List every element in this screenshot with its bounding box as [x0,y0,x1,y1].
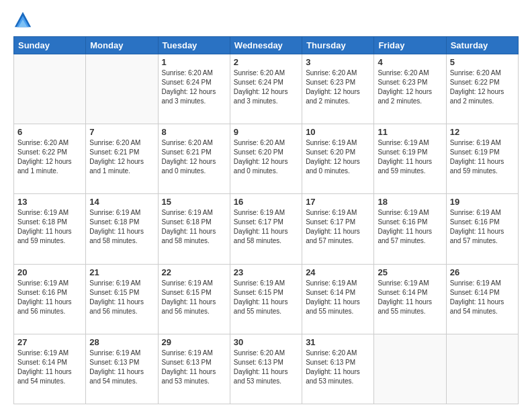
day-cell: 3Sunrise: 6:20 AM Sunset: 6:23 PM Daylig… [302,54,374,124]
day-info: Sunrise: 6:19 AM Sunset: 6:15 PM Dayligh… [234,279,298,316]
day-cell: 7Sunrise: 6:20 AM Sunset: 6:21 PM Daylig… [86,124,158,194]
day-info: Sunrise: 6:20 AM Sunset: 6:21 PM Dayligh… [89,138,154,176]
week-row-3: 13Sunrise: 6:19 AM Sunset: 6:18 PM Dayli… [14,194,519,264]
day-info: Sunrise: 6:19 AM Sunset: 6:19 PM Dayligh… [450,138,515,176]
day-info: Sunrise: 6:19 AM Sunset: 6:18 PM Dayligh… [89,208,154,246]
day-info: Sunrise: 6:19 AM Sunset: 6:13 PM Dayligh… [89,349,154,386]
header [13,11,519,30]
day-info: Sunrise: 6:19 AM Sunset: 6:15 PM Dayligh… [89,279,154,316]
day-info: Sunrise: 6:19 AM Sunset: 6:14 PM Dayligh… [378,279,442,316]
day-number: 26 [450,267,515,277]
day-info: Sunrise: 6:19 AM Sunset: 6:14 PM Dayligh… [450,279,515,316]
day-info: Sunrise: 6:19 AM Sunset: 6:20 PM Dayligh… [306,138,370,176]
weekday-header-saturday: Saturday [446,37,518,54]
day-number: 24 [306,267,370,277]
day-number: 7 [89,127,154,137]
day-info: Sunrise: 6:20 AM Sunset: 6:23 PM Dayligh… [378,68,442,106]
day-number: 17 [306,197,370,207]
day-info: Sunrise: 6:19 AM Sunset: 6:15 PM Dayligh… [162,279,226,316]
weekday-header-monday: Monday [86,37,158,54]
day-number: 30 [234,337,298,347]
day-info: Sunrise: 6:19 AM Sunset: 6:16 PM Dayligh… [17,279,82,316]
day-cell: 16Sunrise: 6:19 AM Sunset: 6:17 PM Dayli… [230,194,302,264]
day-cell: 24Sunrise: 6:19 AM Sunset: 6:14 PM Dayli… [302,264,374,334]
week-row-4: 20Sunrise: 6:19 AM Sunset: 6:16 PM Dayli… [14,264,519,334]
weekday-header-thursday: Thursday [302,37,374,54]
day-info: Sunrise: 6:20 AM Sunset: 6:24 PM Dayligh… [162,68,226,106]
day-cell: 27Sunrise: 6:19 AM Sunset: 6:14 PM Dayli… [14,334,86,404]
weekday-header-wednesday: Wednesday [230,37,302,54]
day-number: 6 [17,127,82,137]
day-info: Sunrise: 6:20 AM Sunset: 6:13 PM Dayligh… [234,349,298,386]
day-number: 3 [306,57,370,67]
day-info: Sunrise: 6:19 AM Sunset: 6:14 PM Dayligh… [17,349,82,386]
day-cell: 25Sunrise: 6:19 AM Sunset: 6:14 PM Dayli… [374,264,446,334]
day-cell: 20Sunrise: 6:19 AM Sunset: 6:16 PM Dayli… [14,264,86,334]
day-cell: 23Sunrise: 6:19 AM Sunset: 6:15 PM Dayli… [230,264,302,334]
day-cell: 2Sunrise: 6:20 AM Sunset: 6:24 PM Daylig… [230,54,302,124]
day-number: 13 [17,197,82,207]
day-number: 11 [378,127,442,137]
day-cell [446,334,518,404]
weekday-header-friday: Friday [374,37,446,54]
day-info: Sunrise: 6:19 AM Sunset: 6:13 PM Dayligh… [162,349,226,386]
day-number: 18 [378,197,442,207]
day-cell: 18Sunrise: 6:19 AM Sunset: 6:16 PM Dayli… [374,194,446,264]
logo-icon [13,11,32,30]
day-cell: 4Sunrise: 6:20 AM Sunset: 6:23 PM Daylig… [374,54,446,124]
day-number: 27 [17,337,82,347]
day-info: Sunrise: 6:19 AM Sunset: 6:14 PM Dayligh… [306,279,370,316]
day-number: 14 [89,197,154,207]
day-number: 28 [89,337,154,347]
day-info: Sunrise: 6:19 AM Sunset: 6:16 PM Dayligh… [450,208,515,246]
day-cell: 5Sunrise: 6:20 AM Sunset: 6:22 PM Daylig… [446,54,518,124]
day-number: 4 [378,57,442,67]
day-number: 21 [89,267,154,277]
day-cell [374,334,446,404]
day-cell: 11Sunrise: 6:19 AM Sunset: 6:19 PM Dayli… [374,124,446,194]
week-row-1: 1Sunrise: 6:20 AM Sunset: 6:24 PM Daylig… [14,54,519,124]
day-number: 16 [234,197,298,207]
logo [13,11,34,30]
day-number: 20 [17,267,82,277]
day-cell: 31Sunrise: 6:20 AM Sunset: 6:13 PM Dayli… [302,334,374,404]
day-number: 2 [234,57,298,67]
day-number: 5 [450,57,515,67]
calendar-table: SundayMondayTuesdayWednesdayThursdayFrid… [13,36,519,404]
day-cell: 10Sunrise: 6:19 AM Sunset: 6:20 PM Dayli… [302,124,374,194]
day-number: 29 [162,337,226,347]
day-info: Sunrise: 6:20 AM Sunset: 6:21 PM Dayligh… [162,138,226,176]
page: SundayMondayTuesdayWednesdayThursdayFrid… [0,0,532,411]
day-cell: 29Sunrise: 6:19 AM Sunset: 6:13 PM Dayli… [158,334,230,404]
weekday-header-sunday: Sunday [14,37,86,54]
day-number: 1 [162,57,226,67]
day-info: Sunrise: 6:19 AM Sunset: 6:18 PM Dayligh… [162,208,226,246]
day-cell: 28Sunrise: 6:19 AM Sunset: 6:13 PM Dayli… [86,334,158,404]
day-info: Sunrise: 6:19 AM Sunset: 6:17 PM Dayligh… [234,208,298,246]
day-cell: 15Sunrise: 6:19 AM Sunset: 6:18 PM Dayli… [158,194,230,264]
day-cell: 30Sunrise: 6:20 AM Sunset: 6:13 PM Dayli… [230,334,302,404]
day-number: 12 [450,127,515,137]
day-info: Sunrise: 6:19 AM Sunset: 6:16 PM Dayligh… [378,208,442,246]
day-number: 15 [162,197,226,207]
day-number: 22 [162,267,226,277]
day-number: 31 [306,337,370,347]
day-cell: 26Sunrise: 6:19 AM Sunset: 6:14 PM Dayli… [446,264,518,334]
day-info: Sunrise: 6:20 AM Sunset: 6:22 PM Dayligh… [17,138,82,176]
day-cell: 19Sunrise: 6:19 AM Sunset: 6:16 PM Dayli… [446,194,518,264]
day-cell: 21Sunrise: 6:19 AM Sunset: 6:15 PM Dayli… [86,264,158,334]
week-row-2: 6Sunrise: 6:20 AM Sunset: 6:22 PM Daylig… [14,124,519,194]
day-cell [86,54,158,124]
day-info: Sunrise: 6:20 AM Sunset: 6:24 PM Dayligh… [234,68,298,106]
day-info: Sunrise: 6:19 AM Sunset: 6:19 PM Dayligh… [378,138,442,176]
day-cell: 17Sunrise: 6:19 AM Sunset: 6:17 PM Dayli… [302,194,374,264]
day-number: 10 [306,127,370,137]
day-info: Sunrise: 6:20 AM Sunset: 6:20 PM Dayligh… [234,138,298,176]
day-number: 25 [378,267,442,277]
day-info: Sunrise: 6:19 AM Sunset: 6:18 PM Dayligh… [17,208,82,246]
day-number: 19 [450,197,515,207]
day-cell: 9Sunrise: 6:20 AM Sunset: 6:20 PM Daylig… [230,124,302,194]
day-cell: 1Sunrise: 6:20 AM Sunset: 6:24 PM Daylig… [158,54,230,124]
day-info: Sunrise: 6:20 AM Sunset: 6:13 PM Dayligh… [306,349,370,386]
day-cell: 22Sunrise: 6:19 AM Sunset: 6:15 PM Dayli… [158,264,230,334]
